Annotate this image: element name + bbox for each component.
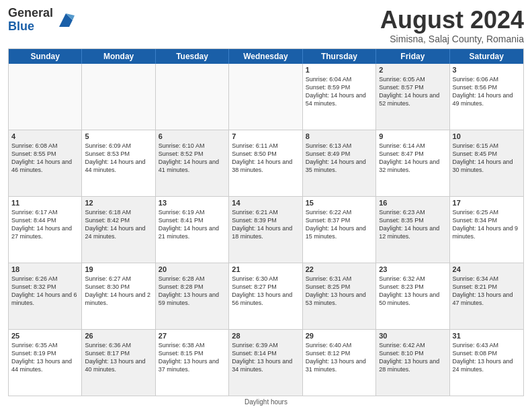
cal-header-monday: Monday [82,49,155,64]
cell-text: Sunrise: 6:17 AM Sunset: 8:44 PM Dayligh… [11,208,79,241]
cell-text: Sunrise: 6:28 AM Sunset: 8:28 PM Dayligh… [159,275,226,308]
cal-week-5: 25Sunrise: 6:35 AM Sunset: 8:19 PM Dayli… [9,330,523,396]
cal-cell: 13Sunrise: 6:19 AM Sunset: 8:41 PM Dayli… [156,197,229,263]
day-number: 17 [453,199,521,207]
cell-text: Sunrise: 6:11 AM Sunset: 8:50 PM Dayligh… [232,142,299,175]
cell-text: Sunrise: 6:09 AM Sunset: 8:53 PM Dayligh… [85,142,152,175]
cal-cell: 3Sunrise: 6:06 AM Sunset: 8:56 PM Daylig… [450,64,523,130]
cell-text: Sunrise: 6:22 AM Sunset: 8:37 PM Dayligh… [306,208,373,241]
cal-cell: 17Sunrise: 6:25 AM Sunset: 8:34 PM Dayli… [450,197,523,263]
cal-cell [82,64,155,130]
cal-cell: 21Sunrise: 6:30 AM Sunset: 8:27 PM Dayli… [229,263,302,329]
cell-text: Sunrise: 6:40 AM Sunset: 8:12 PM Dayligh… [306,341,373,374]
cal-cell: 2Sunrise: 6:05 AM Sunset: 8:57 PM Daylig… [376,64,449,130]
cal-cell: 24Sunrise: 6:34 AM Sunset: 8:21 PM Dayli… [450,263,523,329]
cal-cell: 22Sunrise: 6:31 AM Sunset: 8:25 PM Dayli… [303,263,376,329]
cell-text: Sunrise: 6:25 AM Sunset: 8:34 PM Dayligh… [453,208,521,241]
cell-text: Sunrise: 6:32 AM Sunset: 8:23 PM Dayligh… [379,275,446,308]
cal-cell: 31Sunrise: 6:43 AM Sunset: 8:08 PM Dayli… [450,330,523,396]
cal-week-4: 18Sunrise: 6:26 AM Sunset: 8:32 PM Dayli… [9,263,523,330]
day-number: 21 [232,265,299,273]
day-number: 15 [306,199,373,207]
cal-header-tuesday: Tuesday [156,49,229,64]
cal-cell [9,64,82,130]
day-number: 11 [11,199,79,207]
cell-text: Sunrise: 6:08 AM Sunset: 8:55 PM Dayligh… [11,142,79,175]
day-number: 12 [85,199,152,207]
cal-cell: 9Sunrise: 6:14 AM Sunset: 8:47 PM Daylig… [376,130,449,196]
cell-text: Sunrise: 6:18 AM Sunset: 8:42 PM Dayligh… [85,208,152,241]
logo-general: General [8,7,53,20]
cell-text: Sunrise: 6:38 AM Sunset: 8:15 PM Dayligh… [159,341,226,374]
cal-cell: 1Sunrise: 6:04 AM Sunset: 8:59 PM Daylig… [303,64,376,130]
cal-cell: 23Sunrise: 6:32 AM Sunset: 8:23 PM Dayli… [376,263,449,329]
cal-cell: 4Sunrise: 6:08 AM Sunset: 8:55 PM Daylig… [9,130,82,196]
logo-icon [56,10,76,30]
calendar-header-row: SundayMondayTuesdayWednesdayThursdayFrid… [9,49,523,64]
cal-cell: 10Sunrise: 6:15 AM Sunset: 8:45 PM Dayli… [450,130,523,196]
footer-note: Daylight hours [8,398,524,406]
cal-cell: 11Sunrise: 6:17 AM Sunset: 8:44 PM Dayli… [9,197,82,263]
cal-header-friday: Friday [376,49,449,64]
day-number: 16 [379,199,446,207]
cal-cell: 18Sunrise: 6:26 AM Sunset: 8:32 PM Dayli… [9,263,82,329]
day-number: 8 [306,132,373,140]
cal-cell: 28Sunrise: 6:39 AM Sunset: 8:14 PM Dayli… [229,330,302,396]
cell-text: Sunrise: 6:43 AM Sunset: 8:08 PM Dayligh… [453,341,521,374]
cell-text: Sunrise: 6:21 AM Sunset: 8:39 PM Dayligh… [232,208,299,241]
page: General Blue August 2024 Simisna, Salaj … [0,0,532,411]
day-number: 29 [306,332,373,340]
cal-cell [229,64,302,130]
cal-header-sunday: Sunday [9,49,82,64]
day-number: 9 [379,132,446,140]
day-number: 13 [159,199,226,207]
calendar: SundayMondayTuesdayWednesdayThursdayFrid… [8,48,524,396]
day-number: 31 [453,332,521,340]
day-number: 19 [85,265,152,273]
day-number: 22 [306,265,373,273]
cell-text: Sunrise: 6:30 AM Sunset: 8:27 PM Dayligh… [232,275,299,308]
day-number: 6 [159,132,226,140]
cal-cell: 16Sunrise: 6:23 AM Sunset: 8:35 PM Dayli… [376,197,449,263]
cal-cell: 25Sunrise: 6:35 AM Sunset: 8:19 PM Dayli… [9,330,82,396]
day-number: 28 [232,332,299,340]
cell-text: Sunrise: 6:36 AM Sunset: 8:17 PM Dayligh… [85,341,152,374]
cal-cell: 29Sunrise: 6:40 AM Sunset: 8:12 PM Dayli… [303,330,376,396]
cell-text: Sunrise: 6:06 AM Sunset: 8:56 PM Dayligh… [453,75,521,108]
header: General Blue August 2024 Simisna, Salaj … [8,7,524,44]
logo-area: General Blue [8,7,76,34]
calendar-body: 1Sunrise: 6:04 AM Sunset: 8:59 PM Daylig… [9,64,523,396]
cell-text: Sunrise: 6:10 AM Sunset: 8:52 PM Dayligh… [159,142,226,175]
cal-cell: 26Sunrise: 6:36 AM Sunset: 8:17 PM Dayli… [82,330,155,396]
day-number: 25 [11,332,79,340]
day-number: 2 [379,66,446,74]
cal-cell: 15Sunrise: 6:22 AM Sunset: 8:37 PM Dayli… [303,197,376,263]
cal-cell: 27Sunrise: 6:38 AM Sunset: 8:15 PM Dayli… [156,330,229,396]
title-area: August 2024 Simisna, Salaj County, Roman… [380,7,524,44]
cal-header-saturday: Saturday [450,49,523,64]
day-number: 10 [453,132,521,140]
cell-text: Sunrise: 6:15 AM Sunset: 8:45 PM Dayligh… [453,142,521,175]
cell-text: Sunrise: 6:13 AM Sunset: 8:49 PM Dayligh… [306,142,373,175]
day-number: 30 [379,332,446,340]
cell-text: Sunrise: 6:23 AM Sunset: 8:35 PM Dayligh… [379,208,446,241]
cell-text: Sunrise: 6:39 AM Sunset: 8:14 PM Dayligh… [232,341,299,374]
cell-text: Sunrise: 6:34 AM Sunset: 8:21 PM Dayligh… [453,275,521,308]
cal-week-2: 4Sunrise: 6:08 AM Sunset: 8:55 PM Daylig… [9,130,523,197]
cal-cell [156,64,229,130]
month-title: August 2024 [380,7,524,34]
day-number: 20 [159,265,226,273]
day-number: 5 [85,132,152,140]
cell-text: Sunrise: 6:05 AM Sunset: 8:57 PM Dayligh… [379,75,446,108]
cal-cell: 5Sunrise: 6:09 AM Sunset: 8:53 PM Daylig… [82,130,155,196]
day-number: 24 [453,265,521,273]
cal-cell: 14Sunrise: 6:21 AM Sunset: 8:39 PM Dayli… [229,197,302,263]
cal-week-1: 1Sunrise: 6:04 AM Sunset: 8:59 PM Daylig… [9,64,523,130]
cal-cell: 30Sunrise: 6:42 AM Sunset: 8:10 PM Dayli… [376,330,449,396]
cal-header-wednesday: Wednesday [229,49,302,64]
day-number: 27 [159,332,226,340]
location-title: Simisna, Salaj County, Romania [380,34,524,44]
day-number: 18 [11,265,79,273]
day-number: 23 [379,265,446,273]
day-number: 4 [11,132,79,140]
